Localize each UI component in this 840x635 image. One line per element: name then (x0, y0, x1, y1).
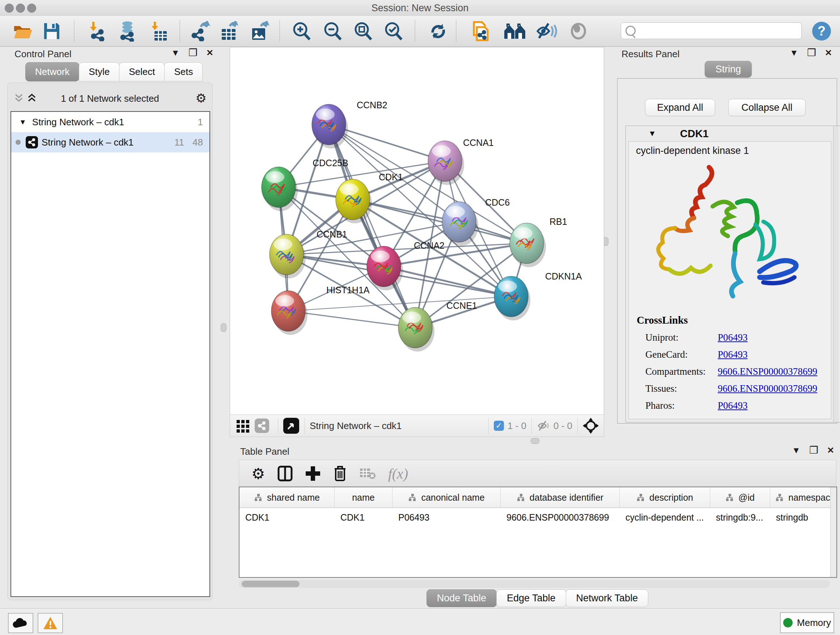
memory-label: Memory (797, 617, 831, 629)
status-bar: Memory (0, 608, 840, 635)
node-CCNE1[interactable] (398, 307, 434, 352)
node-CCNB2[interactable] (312, 104, 348, 149)
export-image-button[interactable] (248, 19, 271, 43)
results-tab-string[interactable]: String (705, 61, 752, 78)
birds-eye-view-icon[interactable] (283, 418, 299, 434)
export-network-button[interactable] (188, 19, 212, 43)
float-panel-icon[interactable]: ▼ (790, 49, 798, 57)
import-network-button[interactable] (84, 19, 108, 43)
table-cell[interactable]: CDK1 (240, 508, 335, 527)
collapse-all-button[interactable]: Collapse All (728, 99, 806, 116)
add-column-icon[interactable] (305, 466, 321, 481)
network-row-selected[interactable]: String Network – cdk1 11 48 (11, 132, 210, 152)
table-options-gear-icon[interactable]: ⚙ (251, 465, 265, 483)
left-splitter-handle[interactable] (221, 323, 226, 332)
node-CCNA1[interactable] (428, 141, 464, 185)
column-header-description[interactable]: description (620, 487, 710, 508)
column-header--id[interactable]: @id (710, 487, 770, 508)
cloud-button[interactable] (8, 613, 33, 633)
table-vertical-scrollbar[interactable] (830, 487, 836, 577)
table-cell[interactable]: P06493 (393, 508, 501, 527)
node-RB1[interactable] (510, 223, 546, 267)
zoom-selected-button[interactable] (381, 19, 405, 43)
import-network-from-database-button[interactable] (115, 19, 139, 43)
network-options-gear-icon[interactable]: ⚙ (196, 91, 207, 105)
close-panel-icon[interactable]: ✕ (206, 49, 213, 57)
maximize-panel-icon[interactable]: ❐ (809, 445, 818, 455)
import-table-button[interactable] (146, 19, 170, 43)
table-cell[interactable]: cyclin-dependent ... (620, 508, 710, 527)
show-columns-icon[interactable] (278, 466, 293, 481)
hide-unhide-button[interactable] (535, 19, 559, 43)
help-button[interactable]: ? (810, 19, 834, 43)
crosslink-compartments-link[interactable]: 9606.ENSP00000378699 (718, 366, 817, 377)
node-CDKN1A[interactable] (494, 276, 531, 320)
zoom-out-button[interactable] (321, 19, 344, 43)
table-cell[interactable]: stringdb (770, 508, 836, 527)
column-header-shared-name[interactable]: shared name (240, 487, 335, 508)
cdk1-section-header[interactable]: ▼ CDK1 (626, 126, 840, 141)
network-canvas[interactable]: CCNB2CCNA1CDC25BCDK1CDC6RB1CCNB1CCNA2CDK… (230, 47, 604, 415)
maximize-panel-icon[interactable]: ❐ (188, 48, 197, 58)
node-CDC25B[interactable] (262, 167, 298, 211)
fit-content-crosshair-icon[interactable] (583, 418, 599, 434)
crosslink-tissues-link[interactable]: 9606.ENSP00000378699 (718, 383, 817, 394)
table-cell[interactable]: 9606.ENSP00000378699 (501, 508, 620, 527)
main-toolbar: ? (0, 16, 840, 47)
results-vertical-scrollbar[interactable] (833, 126, 838, 422)
show-eye-button[interactable] (567, 19, 591, 43)
open-session-button[interactable] (11, 19, 35, 43)
tab-network[interactable]: Network (25, 62, 79, 81)
edge-CCNB2-CCNE1[interactable] (329, 125, 415, 328)
copy-network-button[interactable] (469, 19, 493, 43)
grid-view-icon[interactable] (236, 418, 250, 433)
crosslink-uniprot-link[interactable]: P06493 (718, 332, 748, 343)
column-header-canonical-name[interactable]: canonical name (393, 487, 501, 508)
tree-expand-caret-icon[interactable]: ▼ (19, 118, 27, 126)
neighborhood-button[interactable] (503, 19, 527, 43)
table-cell[interactable]: stringdb:9... (710, 508, 770, 527)
table-panel-title: Table Panel (240, 446, 289, 457)
refresh-icon (429, 22, 447, 41)
expand-all-button[interactable]: Expand All (645, 99, 715, 116)
table-cell[interactable]: CDK1 (335, 508, 393, 527)
node-HIST1H1A[interactable] (271, 291, 308, 335)
maximize-panel-icon[interactable]: ❐ (807, 48, 816, 58)
tab-style[interactable]: Style (79, 62, 119, 81)
close-panel-icon[interactable]: ✕ (825, 49, 832, 57)
column-header-namespac[interactable]: namespac (770, 487, 836, 508)
node-CCNB1[interactable] (270, 234, 306, 279)
tab-edge-table[interactable]: Edge Table (496, 589, 566, 607)
float-panel-icon[interactable]: ▼ (792, 446, 801, 455)
selected-checkbox-icon[interactable]: ✓ (494, 421, 504, 431)
tab-select[interactable]: Select (119, 62, 164, 81)
crosslink-pharos-link[interactable]: P06493 (718, 400, 748, 411)
zoom-in-button[interactable] (289, 19, 313, 43)
refresh-button[interactable] (426, 19, 450, 43)
tab-node-table[interactable]: Node Table (426, 589, 497, 607)
warning-button[interactable] (38, 613, 63, 633)
table-horizontal-scrollbar[interactable] (239, 580, 830, 588)
table-row[interactable]: CDK1CDK1P064939606.ENSP00000378699cyclin… (240, 508, 836, 527)
tab-network-table[interactable]: Network Table (566, 589, 649, 607)
crosslink-genecard-link[interactable]: P06493 (718, 349, 748, 360)
node-CDC6[interactable] (442, 202, 478, 246)
memory-button[interactable]: Memory (780, 612, 834, 633)
save-session-button[interactable] (40, 19, 64, 43)
network-collection-row[interactable]: ▼ String Network – cdk1 1 (11, 112, 210, 132)
column-header-name[interactable]: name (335, 487, 393, 508)
node-CDK1[interactable] (336, 179, 372, 223)
horizontal-splitter-handle[interactable] (531, 438, 539, 444)
export-table-button[interactable] (217, 19, 241, 43)
search-input[interactable] (638, 25, 801, 36)
delete-column-icon[interactable] (333, 465, 347, 482)
tab-sets[interactable]: Sets (164, 62, 202, 81)
documents-icon (471, 21, 491, 42)
network-view-share-icon[interactable] (255, 418, 269, 433)
close-panel-icon[interactable]: ✕ (827, 446, 834, 455)
scrollbar-thumb[interactable] (242, 581, 300, 587)
float-panel-icon[interactable]: ▼ (171, 49, 180, 57)
column-header-database-identifier[interactable]: database identifier (501, 487, 620, 508)
zoom-fit-button[interactable] (351, 19, 375, 43)
section-collapse-caret-icon[interactable]: ▼ (648, 129, 656, 138)
